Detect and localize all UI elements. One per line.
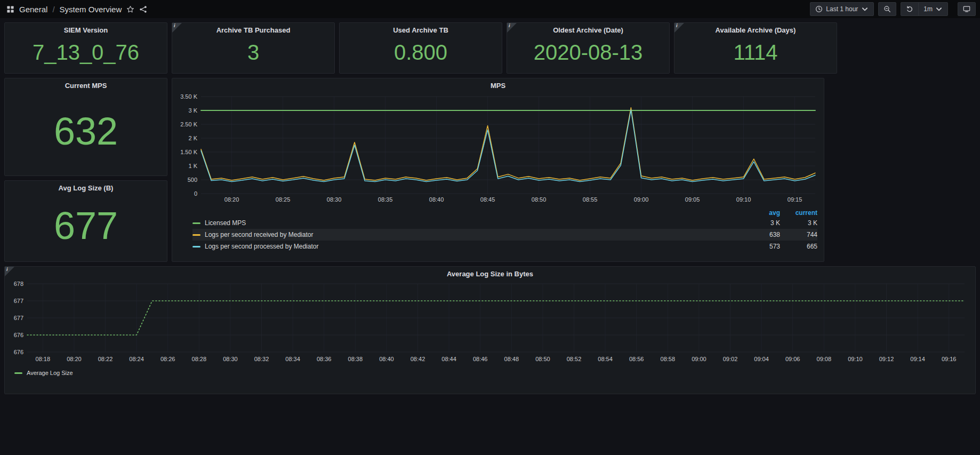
x-axis-tick-label: 08:55: [583, 196, 598, 203]
stat-value: 2020-08-13: [507, 36, 669, 73]
refresh-button[interactable]: [901, 3, 918, 15]
x-axis-tick-label: 09:05: [685, 196, 700, 203]
mps-chart-plot[interactable]: 08:2008:2508:3008:3508:4008:4508:5008:55…: [176, 92, 821, 205]
legend-column-header-avg[interactable]: avg: [743, 209, 780, 217]
legend-value-current: 665: [780, 243, 817, 250]
legend-series-label[interactable]: Logs per second processed by Mediator: [192, 243, 743, 250]
y-axis-tick-label: 1 K: [188, 163, 197, 169]
chevron-down-icon: [861, 5, 869, 13]
x-axis-tick-label: 08:50: [535, 356, 550, 362]
x-axis-tick-label: 08:18: [36, 356, 51, 362]
x-axis-tick-label: 08:56: [629, 356, 644, 362]
legend-series-label: Average Log Size: [27, 370, 73, 376]
legend-swatch: [14, 372, 22, 374]
panel-title[interactable]: Oldest Archive (Date): [507, 24, 669, 36]
legend-series-label[interactable]: Logs per second received by Mediator: [192, 231, 743, 238]
x-axis-tick-label: 08:38: [348, 356, 363, 362]
y-axis-tick-label: 677: [14, 298, 23, 304]
y-axis-tick-label: 3 K: [188, 107, 197, 114]
x-axis-tick-label: 08:46: [473, 356, 488, 362]
stat-value: 7_13_0_76: [5, 36, 167, 73]
legend-value-current: 3 K: [780, 219, 817, 227]
panel-title[interactable]: MPS: [176, 78, 820, 92]
x-axis-tick-label: 08:40: [379, 356, 394, 362]
panel-title[interactable]: Average Log Size in Bytes: [9, 267, 971, 281]
breadcrumb-separator: /: [52, 5, 54, 14]
chevron-down-icon: [935, 5, 943, 13]
y-axis-tick-label: 2.50 K: [180, 121, 197, 127]
stat-value: 3: [172, 36, 334, 73]
legend-swatch: [192, 246, 200, 248]
x-axis-tick-label: 09:00: [634, 196, 649, 203]
panel-title[interactable]: Archive TB Purchased: [172, 24, 334, 36]
mps-row: Current MPS 632 Avg Log Size (B) 677 MPS…: [4, 78, 976, 262]
x-axis-tick-label: 09:08: [817, 356, 832, 362]
y-axis-tick-label: 3.50 K: [180, 93, 197, 100]
kiosk-mode-button[interactable]: [958, 2, 976, 16]
avg-log-chart-plot[interactable]: 08:1808:2008:2208:2408:2608:2808:3008:32…: [9, 281, 972, 365]
x-axis-tick-label: 08:50: [532, 196, 547, 203]
x-axis-tick-label: 09:06: [785, 356, 800, 362]
side-stat-column: Current MPS 632 Avg Log Size (B) 677: [4, 78, 167, 262]
avg-log-legend[interactable]: Average Log Size: [9, 367, 971, 376]
legend-value-avg: 3 K: [743, 219, 780, 227]
dashboard: SIEM Version 7_13_0_76 i Archive TB Purc…: [0, 18, 980, 398]
time-range-picker[interactable]: Last 1 hour: [810, 2, 874, 16]
y-axis-tick-label: 1.50 K: [180, 149, 197, 155]
share-icon[interactable]: [139, 5, 147, 13]
avg-log-chart-panel: i Average Log Size in Bytes 08:1808:2008…: [4, 266, 976, 394]
stat-panel-used-archive-tb: Used Archive TB 0.800: [339, 22, 502, 74]
x-axis-tick-label: 08:24: [129, 356, 144, 362]
panel-title[interactable]: Current MPS: [5, 79, 167, 91]
stat-panel-oldest-archive: i Oldest Archive (Date) 2020-08-13: [507, 22, 670, 74]
x-axis-tick-label: 09:12: [879, 356, 894, 362]
x-axis-tick-label: 09:02: [723, 356, 738, 362]
breadcrumb-section[interactable]: General: [19, 5, 47, 14]
refresh-icon: [906, 5, 913, 13]
x-axis-tick-label: 08:20: [67, 356, 82, 362]
mps-chart-panel: MPS 08:2008:2508:3008:3508:4008:4508:500…: [172, 78, 824, 262]
stat-panel-archive-tb-purchased: i Archive TB Purchased 3: [172, 22, 335, 74]
legend-value-avg: 573: [743, 243, 780, 250]
legend-header-row: avgcurrent: [192, 209, 817, 217]
legend-row: Logs per second processed by Mediator573…: [192, 241, 817, 252]
legend-swatch: [192, 234, 200, 236]
panel-title[interactable]: Available Archive (Days): [674, 24, 837, 36]
y-axis-tick-label: 676: [14, 349, 23, 355]
stat-value: 632: [5, 91, 167, 175]
refresh-button-group: 1m: [901, 2, 948, 16]
y-axis-tick-label: 676: [14, 332, 23, 338]
refresh-interval-picker[interactable]: 1m: [918, 3, 947, 15]
legend-value-current: 744: [780, 231, 817, 238]
panel-title[interactable]: Used Archive TB: [340, 24, 502, 36]
stat-value: 1114: [674, 36, 837, 73]
legend-swatch: [192, 222, 200, 224]
y-axis-tick-label: 678: [14, 281, 23, 287]
y-axis-tick-label: 500: [188, 177, 197, 183]
stat-panel-siem-version: SIEM Version 7_13_0_76: [4, 22, 167, 74]
zoom-out-button[interactable]: [878, 2, 896, 16]
legend-series-label[interactable]: Licensed MPS: [192, 219, 743, 227]
stat-row: SIEM Version 7_13_0_76 i Archive TB Purc…: [4, 22, 976, 74]
x-axis-tick-label: 09:00: [692, 356, 706, 362]
y-axis-tick-label: 0: [194, 190, 197, 197]
refresh-interval-label: 1m: [923, 5, 933, 13]
x-axis-tick-label: 08:28: [192, 356, 207, 362]
navbar: General / System Overview Last 1 hour: [0, 0, 980, 18]
apps-grid-icon[interactable]: [6, 5, 14, 13]
legend-column-header-current[interactable]: current: [780, 209, 817, 217]
clock-icon: [815, 5, 823, 13]
star-icon[interactable]: [126, 5, 134, 13]
stat-value: 677: [5, 194, 167, 261]
stat-value: 0.800: [340, 36, 502, 73]
x-axis-tick-label: 08:25: [276, 196, 291, 203]
x-axis-tick-label: 08:26: [160, 356, 175, 362]
panel-title[interactable]: SIEM Version: [5, 24, 167, 36]
x-axis-tick-label: 08:30: [327, 196, 342, 203]
x-axis-tick-label: 08:22: [98, 356, 113, 362]
x-axis-tick-label: 08:34: [285, 356, 300, 362]
panel-title[interactable]: Avg Log Size (B): [5, 182, 167, 194]
x-axis-tick-label: 08:30: [223, 356, 238, 362]
x-axis-tick-label: 08:52: [567, 356, 582, 362]
x-axis-tick-label: 08:48: [504, 356, 519, 362]
